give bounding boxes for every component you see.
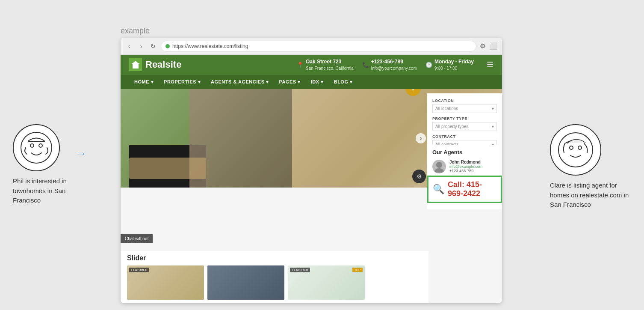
settings-icon[interactable]: ⚙ [480, 42, 486, 50]
top-badge-3: TOP [352, 268, 363, 272]
right-person-avatar [550, 124, 601, 176]
settings-gear-icon[interactable]: ⚙ [412, 170, 426, 183]
property-cards: FEATURED FEATURED TOP [127, 265, 422, 300]
phone-icon: 📞 [362, 62, 369, 68]
location-chevron-icon: ▾ [492, 106, 494, 111]
hero-next-arrow[interactable]: › [416, 133, 426, 143]
agent-email-john: info@example.com [449, 164, 497, 169]
location-icon: 📍 [297, 62, 304, 68]
agent-avatar-john [432, 160, 446, 173]
contact-address: 📍 Oak Street 723 San Francisco, Californ… [297, 58, 354, 72]
property-card-3[interactable]: FEATURED TOP [288, 265, 365, 300]
call-number-text: Call: 415-969-2422 [448, 180, 496, 198]
call-overlay[interactable]: 🔍 Call: 415-969-2422 [427, 176, 502, 203]
forward-button[interactable]: › [137, 42, 145, 51]
svg-point-7 [30, 144, 34, 147]
nav-blog[interactable]: BLOG ▾ [329, 75, 358, 89]
location-select[interactable]: All locations ▾ [432, 104, 497, 113]
slider-section: Slider FEATURED FEATURED TOP [121, 251, 428, 303]
site-logo: Realsite [129, 58, 181, 71]
site-header: Realsite 📍 Oak Street 723 San Francisco,… [121, 55, 502, 89]
clock-icon: 🕐 [425, 62, 432, 68]
agent-name-john: John Redmond [449, 160, 497, 164]
right-person-label: Clare is listing agent for homes on real… [550, 181, 631, 210]
right-person: Clare is listing agent for homes on real… [550, 124, 631, 210]
browser-toolbar: ‹ › ↻ https://www.realestate.com/listing… [121, 38, 502, 55]
site-nav: HOME ▾ PROPERTIES ▾ AGENTS & AGENCIES ▾ … [121, 75, 502, 89]
example-label: example [121, 27, 150, 36]
left-person-avatar [13, 124, 60, 171]
location-label: LOCATION [432, 98, 497, 103]
nav-idx[interactable]: IDX ▾ [306, 75, 329, 89]
nav-pages[interactable]: PAGES ▾ [274, 75, 306, 89]
logo-icon [129, 58, 142, 71]
site-top-bar: Realsite 📍 Oak Street 723 San Francisco,… [121, 55, 502, 75]
property-type-chevron-icon: ▾ [492, 124, 494, 129]
property-card-1[interactable]: FEATURED [127, 265, 204, 300]
featured-badge-1: FEATURED [129, 268, 149, 272]
nav-agents[interactable]: AGENTS & AGENCIES ▾ [206, 75, 274, 89]
phone-sub: info@yourcompany.com [371, 66, 417, 72]
agents-section: Our Agents John Redmond info@example.com… [427, 145, 502, 209]
url-bar[interactable]: https://www.realestate.com/listing [161, 41, 476, 52]
svg-point-11 [570, 146, 573, 149]
nav-home[interactable]: HOME ▾ [129, 75, 159, 89]
featured-badge-3: FEATURED [290, 268, 310, 272]
svg-marker-1 [132, 61, 139, 69]
browser-window: ‹ › ↻ https://www.realestate.com/listing… [121, 38, 502, 303]
ssl-indicator [165, 44, 170, 48]
left-person: Phil is interested in townhomes in San F… [13, 124, 90, 206]
browser-icons: ⚙ ⬜ [480, 42, 498, 50]
property-type-value: All property types [435, 124, 468, 129]
svg-point-3 [434, 168, 444, 173]
nav-properties[interactable]: PROPERTIES ▾ [159, 75, 206, 89]
property-type-select[interactable]: All property types ▾ [432, 122, 497, 131]
agent-info-john: John Redmond info@example.com +123-456-7… [449, 160, 497, 173]
agents-title: Our Agents [432, 149, 497, 155]
arrow-left-icon: → [75, 147, 87, 161]
url-text: https://www.realestate.com/listing [172, 43, 248, 49]
svg-point-8 [39, 144, 42, 147]
contact-phone: 📞 +123-456-789 info@yourcompany.com [362, 58, 417, 72]
back-button[interactable]: ‹ [125, 42, 133, 51]
hours-main: Monday - Friday [434, 58, 474, 66]
phone-main: +123-456-789 [371, 58, 417, 66]
address-main: Oak Street 723 [306, 58, 354, 66]
address-sub: San Francisco, California [306, 66, 354, 72]
logo-text: Realsite [145, 59, 181, 70]
refresh-button[interactable]: ↻ [149, 42, 157, 51]
contact-hours: 🕐 Monday - Friday 9:00 - 17:00 [425, 58, 474, 72]
left-person-label: Phil is interested in townhomes in San F… [13, 176, 90, 206]
location-value: All locations [435, 106, 458, 111]
hours-sub: 9:00 - 17:00 [434, 66, 474, 72]
svg-point-2 [436, 162, 442, 168]
hamburger-menu-icon[interactable]: ☰ [487, 60, 493, 69]
search-circle-icon: 🔍 [433, 184, 444, 195]
property-type-label: PROPERTY TYPE [432, 116, 497, 121]
slider-title: Slider [127, 254, 422, 262]
chat-widget[interactable]: Chat with us [121, 234, 153, 243]
contract-label: CONTRACT [432, 134, 497, 139]
tabs-icon[interactable]: ⬜ [489, 42, 498, 50]
property-card-2[interactable] [207, 265, 284, 300]
contact-items: 📍 Oak Street 723 San Francisco, Californ… [297, 58, 474, 72]
svg-point-12 [578, 146, 582, 149]
agent-phone-john: +123-456-789 [449, 169, 497, 173]
